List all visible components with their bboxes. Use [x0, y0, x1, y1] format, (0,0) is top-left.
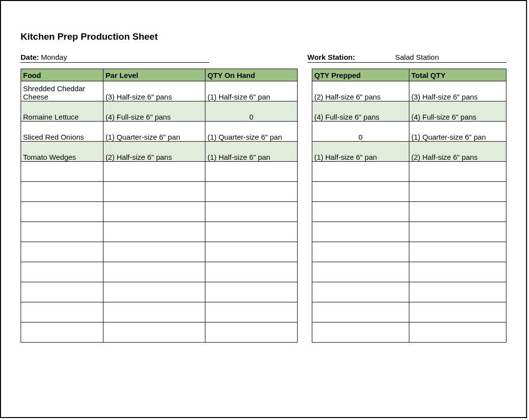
cell-empty	[205, 242, 298, 262]
document-title: Kitchen Prep Production Sheet	[21, 31, 506, 42]
cell-empty	[205, 222, 298, 242]
cell-gap	[298, 322, 312, 343]
header-total: Total QTY	[409, 69, 506, 81]
cell-empty	[409, 222, 506, 242]
date-value: Monday	[41, 53, 67, 61]
cell-empty	[409, 162, 506, 182]
workstation-value: Salad Station	[395, 53, 439, 61]
cell-gap	[298, 182, 312, 202]
cell-empty	[205, 262, 298, 282]
cell-empty	[103, 282, 205, 302]
content-area: Kitchen Prep Production Sheet Date: Mond…	[1, 1, 526, 357]
cell-par: (1) Quarter-size 6" pan	[103, 122, 205, 142]
header-prepped: QTY Prepped	[312, 69, 409, 81]
cell-empty	[103, 242, 205, 262]
cell-empty	[21, 262, 103, 282]
cell-empty	[409, 302, 506, 322]
cell-onhand: (1) Half-size 6" pan	[205, 81, 298, 101]
cell-prepped: (2) Half-size 6" pans	[312, 81, 409, 101]
table-row-empty	[21, 262, 506, 282]
table-row-empty	[21, 282, 506, 302]
cell-empty	[409, 202, 506, 222]
cell-gap	[298, 202, 312, 222]
cell-empty	[205, 162, 298, 182]
cell-empty	[205, 202, 298, 222]
cell-empty	[409, 322, 506, 343]
table-row-empty	[21, 162, 506, 182]
date-label: Date:	[21, 53, 39, 61]
workstation-label: Work Station:	[307, 53, 393, 61]
cell-empty	[21, 202, 103, 222]
cell-prepped: (1) Half-size 6" pan	[312, 142, 409, 162]
cell-total: (3) Half-size 6" pans	[409, 81, 506, 101]
header-food: Food	[21, 69, 103, 81]
cell-empty	[205, 302, 298, 322]
table-row: Sliced Red Onions(1) Quarter-size 6" pan…	[21, 122, 506, 142]
cell-empty	[21, 242, 103, 262]
cell-empty	[21, 302, 103, 322]
cell-gap	[298, 242, 312, 262]
table-body: Shredded Cheddar Cheese(3) Half-size 6" …	[21, 81, 506, 343]
cell-empty	[21, 322, 103, 343]
cell-empty	[103, 182, 205, 202]
cell-empty	[312, 162, 409, 182]
production-table: Food Par Level QTY On Hand QTY Prepped T…	[21, 69, 506, 343]
cell-food: Tomato Wedges	[21, 142, 103, 162]
table-row: Shredded Cheddar Cheese(3) Half-size 6" …	[21, 81, 506, 101]
cell-empty	[205, 322, 298, 343]
cell-par: (4) Full-size 6" pans	[103, 101, 205, 122]
table-row-empty	[21, 222, 506, 242]
cell-empty	[205, 282, 298, 302]
table-row-empty	[21, 202, 506, 222]
cell-empty	[21, 182, 103, 202]
cell-empty	[21, 222, 103, 242]
table-header-row: Food Par Level QTY On Hand QTY Prepped T…	[21, 69, 506, 81]
table-row-empty	[21, 242, 506, 262]
cell-empty	[103, 262, 205, 282]
cell-par: (2) Half-size 6" pans	[103, 142, 205, 162]
cell-empty	[409, 242, 506, 262]
cell-empty	[409, 262, 506, 282]
cell-onhand: (1) Quarter-size 6" pan	[205, 122, 298, 142]
cell-total: (1) Quarter-size 6" pan	[409, 122, 506, 142]
cell-empty	[21, 162, 103, 182]
cell-gap	[298, 282, 312, 302]
table-row: Tomato Wedges(2) Half-size 6" pans(1) Ha…	[21, 142, 506, 162]
cell-prepped: 0	[312, 122, 409, 142]
cell-empty	[103, 162, 205, 182]
meta-row: Date: Monday Work Station: Salad Station	[21, 53, 506, 63]
cell-empty	[312, 182, 409, 202]
table-row: Romaine Lettuce(4) Full-size 6" pans0(4)…	[21, 101, 506, 122]
table-row-empty	[21, 302, 506, 322]
cell-empty	[103, 302, 205, 322]
document-page: Kitchen Prep Production Sheet Date: Mond…	[0, 0, 527, 418]
workstation-field: Work Station: Salad Station	[307, 53, 506, 63]
cell-total: (4) Full-size 6" pans	[409, 101, 506, 122]
cell-empty	[312, 262, 409, 282]
cell-empty	[103, 202, 205, 222]
cell-empty	[312, 322, 409, 343]
cell-par: (3) Half-size 6" pans	[103, 81, 205, 101]
cell-onhand: (1) Half-size 6" pan	[205, 142, 298, 162]
meta-gap	[209, 53, 307, 63]
cell-empty	[205, 182, 298, 202]
cell-empty	[312, 222, 409, 242]
cell-empty	[103, 222, 205, 242]
table-row-empty	[21, 182, 506, 202]
cell-empty	[312, 282, 409, 302]
cell-empty	[312, 242, 409, 262]
date-field: Date: Monday	[21, 53, 209, 63]
cell-gap	[298, 302, 312, 322]
cell-food: Sliced Red Onions	[21, 122, 103, 142]
cell-empty	[409, 182, 506, 202]
cell-food: Romaine Lettuce	[21, 101, 103, 122]
cell-total: (2) Half-size 6" pans	[409, 142, 506, 162]
cell-prepped: (4) Full-size 6" pans	[312, 101, 409, 122]
header-onhand: QTY On Hand	[205, 69, 298, 81]
header-par: Par Level	[103, 69, 205, 81]
cell-onhand: 0	[205, 101, 298, 122]
cell-empty	[21, 282, 103, 302]
cell-gap	[298, 142, 312, 162]
table-row-empty	[21, 322, 506, 343]
cell-empty	[312, 202, 409, 222]
